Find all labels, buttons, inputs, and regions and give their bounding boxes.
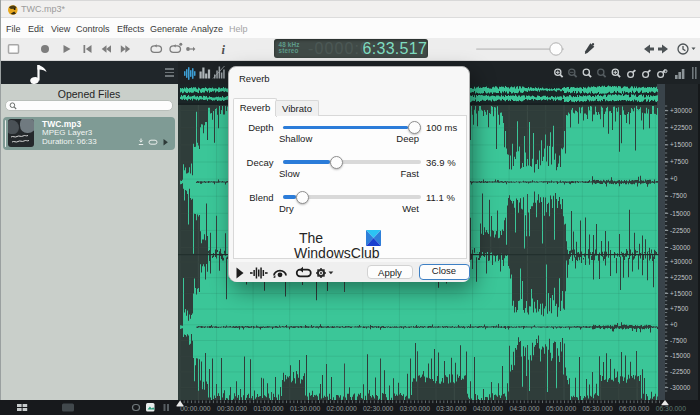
- svg-text:-7500: -7500: [670, 337, 687, 344]
- svg-text:05:00.000: 05:00.000: [546, 405, 576, 412]
- svg-text:04:30.000: 04:30.000: [509, 405, 539, 412]
- svg-text:-7500: -7500: [670, 192, 687, 199]
- svg-text:01:00.000: 01:00.000: [253, 405, 283, 412]
- svg-text:+0: +0: [670, 175, 678, 182]
- svg-text:04:00.000: 04:00.000: [473, 405, 503, 412]
- svg-text:02:00.000: 02:00.000: [327, 405, 357, 412]
- svg-text:01:30.000: 01:30.000: [290, 405, 320, 412]
- svg-text:+22500: +22500: [670, 274, 692, 281]
- svg-text:+0: +0: [670, 321, 678, 328]
- svg-text:00:30.000: 00:30.000: [217, 405, 247, 412]
- svg-text:i: i: [222, 43, 226, 57]
- svg-text:-15000: -15000: [670, 210, 691, 217]
- svg-text:-30000: -30000: [670, 244, 691, 251]
- svg-text:06:30.000: 06:30.000: [656, 405, 686, 412]
- svg-text:-15000: -15000: [670, 352, 691, 359]
- svg-text:03:00.000: 03:00.000: [400, 405, 430, 412]
- svg-text:-22500: -22500: [670, 227, 691, 234]
- svg-text:+7500: +7500: [670, 158, 689, 165]
- svg-text:-30000: -30000: [670, 384, 691, 391]
- svg-text:05:30.000: 05:30.000: [583, 405, 613, 412]
- svg-text:+22500: +22500: [670, 124, 692, 131]
- svg-text:06:00.000: 06:00.000: [619, 405, 649, 412]
- svg-text:+30000: +30000: [670, 258, 692, 265]
- svg-text:03:30.000: 03:30.000: [436, 405, 466, 412]
- svg-text:+30000: +30000: [670, 107, 692, 114]
- svg-text:+7500: +7500: [670, 305, 689, 312]
- svg-text:+15000: +15000: [670, 141, 692, 148]
- svg-text:-22500: -22500: [670, 368, 691, 375]
- svg-text:02:30.000: 02:30.000: [363, 405, 393, 412]
- svg-text:00:00.000: 00:00.000: [180, 405, 210, 412]
- svg-text:+15000: +15000: [670, 290, 692, 297]
